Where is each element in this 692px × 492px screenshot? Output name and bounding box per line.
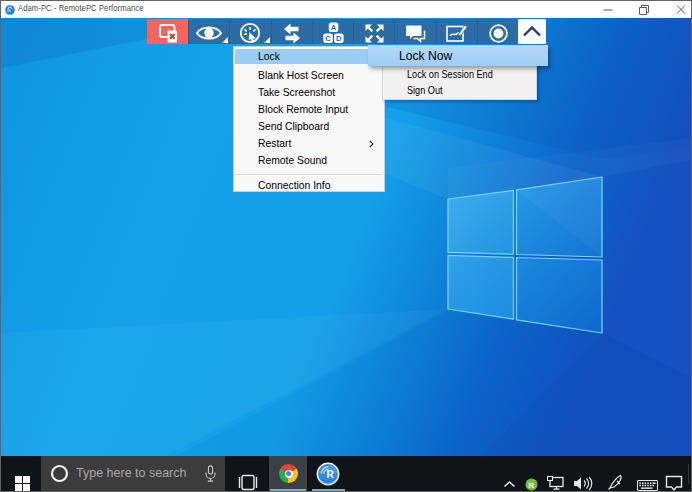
svg-text:R: R	[529, 481, 535, 490]
svg-text:C: C	[325, 34, 331, 43]
svg-text:R: R	[327, 469, 335, 480]
svg-text:A: A	[330, 23, 336, 32]
svg-text:D: D	[336, 34, 342, 43]
